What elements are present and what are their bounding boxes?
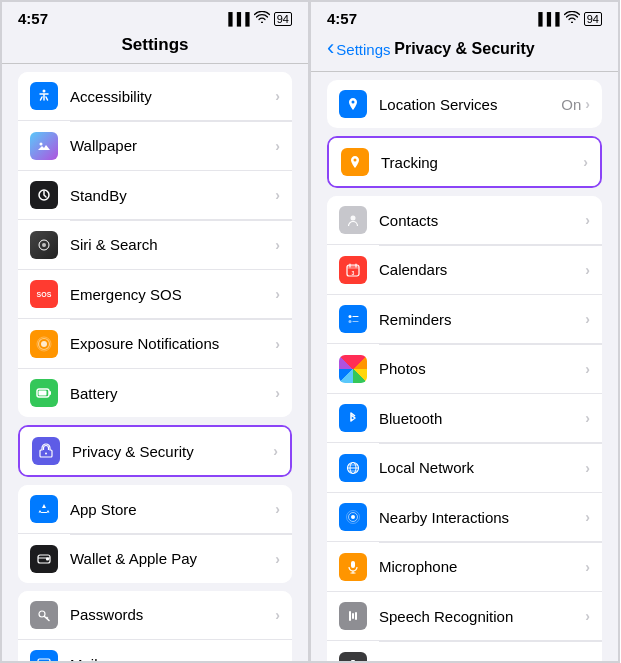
standby-label: StandBy <box>70 187 275 204</box>
left-item-mail[interactable]: Mail › <box>18 640 292 661</box>
right-bluetooth-icon <box>339 404 367 432</box>
tracking-chevron: › <box>583 154 588 170</box>
left-item-appstore[interactable]: App Store › <box>18 485 292 534</box>
accessibility-icon <box>30 82 58 110</box>
status-bar-right: 4:57 ▐▐▐ 94 <box>311 2 618 31</box>
right-contacts-label: Contacts <box>379 212 585 229</box>
location-chevron: › <box>585 96 590 112</box>
svg-point-40 <box>349 320 352 323</box>
right-item-location[interactable]: Location Services On › <box>327 80 602 128</box>
tracking-label: Tracking <box>381 154 583 171</box>
svg-point-0 <box>43 90 46 93</box>
left-item-passwords[interactable]: Passwords › <box>18 591 292 640</box>
right-contacts-chevron: › <box>585 212 590 228</box>
right-nearby-chevron: › <box>585 509 590 525</box>
left-settings-list[interactable]: Accessibility › Wallpaper › <box>2 64 308 661</box>
right-microphone-icon <box>339 553 367 581</box>
left-nav-header: Settings <box>2 31 308 64</box>
right-item-calendars[interactable]: 3 Calendars › <box>327 246 602 295</box>
left-item-siri[interactable]: Siri & Search › <box>18 221 292 270</box>
battery-icon: 94 <box>274 12 292 26</box>
svg-point-11 <box>45 453 47 455</box>
exposure-label: Exposure Notifications <box>70 335 275 352</box>
siri-chevron: › <box>275 237 280 253</box>
svg-point-38 <box>349 315 352 318</box>
left-item-exposure[interactable]: Exposure Notifications › <box>18 320 292 369</box>
right-settings-list[interactable]: Location Services On › Tracking › <box>311 72 618 661</box>
right-item-nearby[interactable]: Nearby Interactions › <box>327 493 602 542</box>
privacy-icon <box>32 437 60 465</box>
svg-rect-50 <box>351 561 355 568</box>
right-location-section: Location Services On › <box>327 80 602 128</box>
svg-text:3: 3 <box>352 270 355 276</box>
right-item-microphone[interactable]: Microphone › <box>327 543 602 592</box>
svg-point-5 <box>41 341 47 347</box>
privacy-chevron: › <box>273 443 278 459</box>
right-bluetooth-chevron: › <box>585 410 590 426</box>
svg-point-4 <box>42 243 46 247</box>
left-group2: App Store › Wallet & Apple Pay › <box>18 485 292 583</box>
wallet-icon <box>30 545 58 573</box>
right-item-bluetooth[interactable]: Bluetooth › <box>327 394 602 443</box>
right-item-tracking[interactable]: Tracking › <box>329 138 600 186</box>
right-item-speech[interactable]: Speech Recognition › <box>327 592 602 641</box>
sos-chevron: › <box>275 286 280 302</box>
svg-rect-53 <box>349 611 351 621</box>
right-reminders-label: Reminders <box>379 311 585 328</box>
right-camera-icon <box>339 652 367 662</box>
right-localnetwork-chevron: › <box>585 460 590 476</box>
left-item-privacy[interactable]: Privacy & Security › <box>20 427 290 475</box>
right-calendars-label: Calendars <box>379 261 585 278</box>
back-button[interactable]: ‹ Settings <box>327 39 391 59</box>
svg-rect-10 <box>39 391 47 396</box>
svg-point-1 <box>40 142 43 145</box>
left-group1: Accessibility › Wallpaper › <box>18 72 292 417</box>
svg-point-30 <box>352 101 355 104</box>
wifi-icon-right <box>564 11 580 26</box>
battery-settings-icon <box>30 379 58 407</box>
right-nav-title: Privacy & Security <box>394 40 535 58</box>
right-localnetwork-label: Local Network <box>379 459 585 476</box>
status-icons-left: ▐▐▐ 94 <box>224 11 292 26</box>
signal-icon: ▐▐▐ <box>224 12 250 26</box>
right-reminders-icon <box>339 305 367 333</box>
right-item-reminders[interactable]: Reminders › <box>327 295 602 344</box>
sos-icon: SOS <box>30 280 58 308</box>
left-item-wallet[interactable]: Wallet & Apple Pay › <box>18 535 292 583</box>
privacy-label: Privacy & Security <box>72 443 273 460</box>
appstore-icon <box>30 495 58 523</box>
location-value: On <box>561 96 581 113</box>
svg-point-32 <box>351 216 356 221</box>
standby-chevron: › <box>275 187 280 203</box>
right-speech-chevron: › <box>585 608 590 624</box>
status-icons-right: ▐▐▐ 94 <box>534 11 602 26</box>
status-time-left: 4:57 <box>18 10 48 27</box>
svg-point-47 <box>351 515 355 519</box>
mail-chevron: › <box>275 656 280 661</box>
right-item-contacts[interactable]: Contacts › <box>327 196 602 245</box>
location-icon <box>339 90 367 118</box>
right-item-photos[interactable]: Photos › <box>327 345 602 394</box>
svg-rect-17 <box>38 659 50 661</box>
left-item-standby[interactable]: StandBy › <box>18 171 292 220</box>
right-item-localnetwork[interactable]: Local Network › <box>327 444 602 493</box>
svg-rect-9 <box>49 391 51 395</box>
wifi-icon <box>254 11 270 26</box>
left-item-wallpaper[interactable]: Wallpaper › <box>18 122 292 171</box>
tracking-icon <box>341 148 369 176</box>
right-photos-chevron: › <box>585 361 590 377</box>
left-item-sos[interactable]: SOS Emergency SOS › <box>18 270 292 319</box>
left-item-accessibility[interactable]: Accessibility › <box>18 72 292 121</box>
exposure-icon <box>30 330 58 358</box>
exposure-chevron: › <box>275 336 280 352</box>
right-bluetooth-label: Bluetooth <box>379 410 585 427</box>
wallpaper-icon <box>30 132 58 160</box>
left-item-battery[interactable]: Battery › <box>18 369 292 417</box>
right-calendars-icon: 3 <box>339 256 367 284</box>
wallet-label: Wallet & Apple Pay <box>70 550 275 567</box>
right-contacts-icon <box>339 206 367 234</box>
right-speech-label: Speech Recognition <box>379 608 585 625</box>
mail-label: Mail <box>70 656 275 662</box>
right-item-camera[interactable]: Camera › <box>327 642 602 662</box>
right-photos-label: Photos <box>379 360 585 377</box>
